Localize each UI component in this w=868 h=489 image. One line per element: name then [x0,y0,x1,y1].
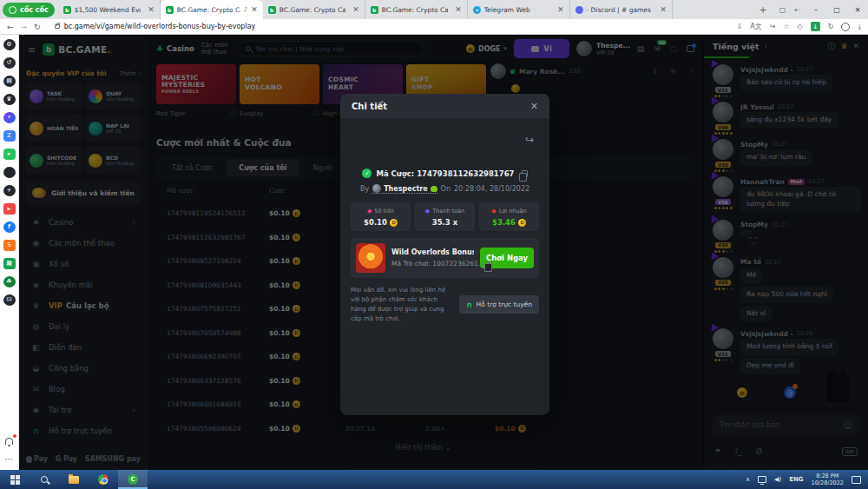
tab-title: Telegram Web [484,6,550,14]
taskbar-search-icon[interactable] [30,470,59,489]
tab-title: BC.Game: Crypto Casino [177,6,240,14]
support-note: Mọi vấn đề, xin vui lòng liên hệ với bộ … [351,286,452,323]
bet-id-row: ✓ Mã Cược: 1747938112632981767 [340,169,549,178]
action-center-icon[interactable] [852,476,861,484]
profile-icon[interactable] [841,23,850,31]
coccoc-menu-button[interactable]: cốc cốc [3,3,55,17]
network-icon[interactable] [758,476,766,483]
save-page-icon[interactable]: ⇩ [737,23,743,30]
coccoc-taskbar-icon[interactable]: C [118,470,148,489]
browser-tab[interactable]: BC.Game: Crypto Casino ♪ ✕ [161,0,263,19]
windows-taskbar: C ∧ ◀) ENG 8:28 PM 10/28/2022 [0,470,868,489]
sidebar-shortcut-icon[interactable]: ▤ [3,76,16,89]
window-controls: – ▢ ✕ [806,0,868,19]
minimize-button[interactable]: – [806,0,826,19]
tab-close-icon[interactable]: ✕ [352,5,359,14]
tab-close-icon[interactable]: ✕ [660,5,667,14]
tab-title: BC.Game: Crypto Casino Gan [382,6,448,14]
address-bar[interactable]: bc.game/vi/game/wild-overlords-bonus-buy… [48,21,730,32]
tab-search-icon[interactable]: ▢ [779,6,786,14]
browser-tab[interactable]: BC.Game: Crypto Casino Gan ✕ [263,0,365,19]
back-button[interactable]: ← [7,23,14,31]
sync-icon[interactable]: ↻ [828,23,834,30]
tray-expand-icon[interactable]: ∧ [746,476,750,483]
stat-value: 35.3 x [432,218,457,227]
reload-button[interactable]: ↻ [34,23,41,31]
sidebar-shortcut-icon[interactable]: ⚡ [3,113,16,125]
sidebar-shortcut-icon[interactable]: S [3,241,16,253]
browser-toolbar: ← → ↻ bc.game/vi/game/wild-overlords-bon… [0,19,868,35]
stat-icon: ◆ [367,208,372,215]
download-extension-icon[interactable]: ↓ [811,22,820,31]
browser-tab[interactable]: Telegram Web ✕ [468,0,570,19]
clock[interactable]: 8:28 PM 10/28/2022 [812,472,844,487]
sidebar-shortcut-icon[interactable]: ▶ [3,204,16,216]
bet-details-modal: Chi tiết ✕ ↪ ✓ Mã Cược: 1747938112632981… [340,94,549,415]
lock-icon [55,24,60,29]
downloads-icon[interactable]: ⤓ [858,23,861,31]
sidebar-shortcut-icon[interactable]: ⚙ [3,40,16,52]
translate-icon[interactable]: A文 [750,22,761,31]
modal-close-icon[interactable]: ✕ [530,101,538,112]
sidebar-shortcut-icon[interactable]: ▸ [3,149,16,162]
stat-icon: ◆ [425,208,430,215]
copy-icon[interactable] [522,170,528,177]
coin-icon: Ð [518,219,526,227]
browser-tab[interactable]: BC.Game: Crypto Casino Gan ✕ [365,0,468,19]
live-support-button[interactable]: ∩Hỗ trợ trực tuyến [459,295,539,314]
sidebar-shortcut-icon[interactable] [3,168,16,180]
forward-button[interactable]: → [21,23,28,31]
volume-icon[interactable]: ◀) [774,476,781,483]
coin-icon: Ð [390,219,398,227]
tab-audio-icon: ♪ [244,6,247,13]
share-icon[interactable]: ↪ [770,23,776,30]
sidebar-shortcut-icon[interactable]: ♛ [3,95,16,107]
share-bet-icon[interactable]: ↪ [525,134,534,146]
tabbar-extras: ▢ ⇠ [774,6,806,14]
adblock-shield-icon[interactable]: ◇ [798,23,803,30]
tab-close-icon[interactable]: ✕ [455,5,462,14]
language-indicator[interactable]: ENG [789,476,803,483]
close-button[interactable]: ✕ [847,0,868,19]
sidebar-shortcut-icon[interactable]: ⛁ [3,295,16,307]
headset-icon: ∩ [466,301,472,309]
tab-title: BC.Game: Crypto Casino Gan [279,6,345,14]
game-title: Wild Overlords Bonus Buy [391,248,474,256]
more-options-icon[interactable]: ⋯ [3,453,16,465]
url-text[interactable]: bc.game/vi/game/wild-overlords-bonus-buy… [64,23,256,30]
tab-close-icon[interactable]: ✕ [148,5,155,14]
sidebar-shortcut-icon[interactable]: ☘ [3,277,16,289]
bookmark-star-icon[interactable]: ☆ [783,23,789,30]
tab-favicon-icon [575,6,583,14]
support-note-row: Mọi vấn đề, xin vui lòng liên hệ với bộ … [351,286,539,323]
verified-icon: ✓ [362,169,372,178]
bet-datetime: 20:28:04, 28/10/2022 [454,185,529,193]
notifications-bell-icon[interactable] [3,435,16,447]
author-avatar-icon [372,184,381,193]
new-tab-button[interactable]: + [753,4,774,16]
game-thumbnail[interactable] [356,243,385,273]
bet-author-link[interactable]: Thespectre [372,184,437,194]
maximize-button[interactable]: ▢ [826,0,847,19]
start-button[interactable] [0,470,30,489]
tab-close-icon[interactable]: ✕ [557,5,564,14]
tab-title: · Discord | # games | BC G [587,6,653,14]
sidebar-shortcut-icon[interactable]: f [3,222,16,235]
modal-title: Chi tiết [352,102,387,111]
coccoc-logo-icon [9,6,16,14]
sidebar-bottom: ⋯ [3,435,16,470]
sidebar-shortcut-icon[interactable]: Z [3,131,16,143]
stat-card: ◆Thanh toán 35.3 x [415,202,475,231]
sidebar-shortcut-icon[interactable]: ↺ [3,58,16,70]
sidebar-shortcut-icon[interactable]: ▦ [3,259,16,271]
tab-favicon-icon [63,6,71,14]
tab-close-icon[interactable]: ✕ [251,5,258,14]
browser-tab[interactable]: $1,500 Weekend Evoplay M ✕ [58,0,161,19]
tab-history-icon[interactable]: ⇠ [794,6,800,14]
chrome-icon[interactable] [89,470,118,489]
sidebar-shortcut-icon[interactable]: + [3,186,16,198]
browser-tab[interactable]: · Discord | # games | BC G ✕ [570,0,673,19]
copy-icon[interactable] [487,261,489,268]
file-explorer-icon[interactable] [59,470,89,489]
bet-stats: ◆Số tiền $0.10Ð ◆Thanh toán 35.3 x ◆Lợi … [351,202,539,231]
